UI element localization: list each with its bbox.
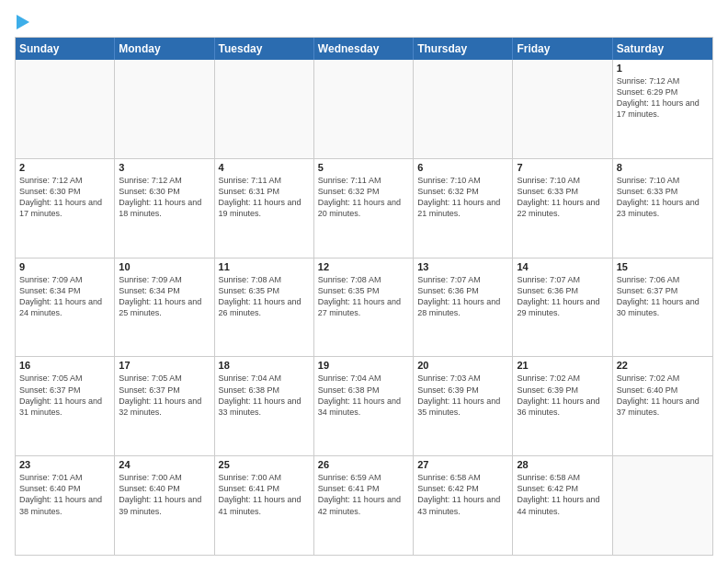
header-day-sunday: Sunday	[16, 38, 115, 60]
calendar-cell: 3Sunrise: 7:12 AM Sunset: 6:30 PM Daylig…	[115, 159, 214, 258]
day-number: 6	[417, 162, 508, 173]
day-number: 3	[119, 162, 210, 173]
day-info: Sunrise: 7:03 AM Sunset: 6:39 PM Dayligh…	[417, 373, 508, 418]
calendar-cell: 23Sunrise: 7:01 AM Sunset: 6:40 PM Dayli…	[16, 456, 115, 555]
day-number: 10	[119, 261, 210, 272]
day-number: 4	[219, 162, 310, 173]
day-number: 26	[318, 459, 409, 470]
day-number: 15	[617, 261, 709, 272]
calendar-cell: 6Sunrise: 7:10 AM Sunset: 6:32 PM Daylig…	[414, 159, 513, 258]
day-number: 24	[119, 459, 210, 470]
calendar-cell: 1Sunrise: 7:12 AM Sunset: 6:29 PM Daylig…	[613, 60, 712, 158]
day-info: Sunrise: 7:05 AM Sunset: 6:37 PM Dayligh…	[19, 373, 110, 418]
day-number: 27	[417, 459, 508, 470]
calendar-cell: 4Sunrise: 7:11 AM Sunset: 6:31 PM Daylig…	[215, 159, 314, 258]
calendar-cell: 25Sunrise: 7:00 AM Sunset: 6:41 PM Dayli…	[215, 456, 314, 555]
day-number: 7	[517, 162, 608, 173]
calendar-cell: 5Sunrise: 7:11 AM Sunset: 6:32 PM Daylig…	[314, 159, 414, 258]
day-number: 22	[617, 360, 709, 371]
day-number: 2	[19, 162, 110, 173]
day-info: Sunrise: 7:07 AM Sunset: 6:36 PM Dayligh…	[417, 274, 508, 319]
calendar-cell: 26Sunrise: 6:59 AM Sunset: 6:41 PM Dayli…	[314, 456, 414, 555]
logo-arrow-icon	[17, 15, 29, 29]
calendar-cell: 22Sunrise: 7:02 AM Sunset: 6:40 PM Dayli…	[613, 357, 712, 455]
calendar-cell: 16Sunrise: 7:05 AM Sunset: 6:37 PM Dayli…	[16, 357, 115, 455]
day-info: Sunrise: 7:06 AM Sunset: 6:37 PM Dayligh…	[617, 274, 709, 319]
day-info: Sunrise: 7:09 AM Sunset: 6:34 PM Dayligh…	[19, 274, 110, 319]
day-info: Sunrise: 7:12 AM Sunset: 6:29 PM Dayligh…	[617, 75, 709, 121]
day-number: 1	[617, 63, 709, 74]
calendar-cell: 15Sunrise: 7:06 AM Sunset: 6:37 PM Dayli…	[613, 259, 712, 357]
day-number: 11	[219, 261, 310, 272]
calendar-cell: 28Sunrise: 6:58 AM Sunset: 6:42 PM Dayli…	[513, 456, 612, 555]
calendar: SundayMondayTuesdayWednesdayThursdayFrid…	[15, 37, 713, 556]
day-info: Sunrise: 7:08 AM Sunset: 6:35 PM Dayligh…	[318, 274, 409, 319]
calendar-cell	[414, 60, 513, 158]
day-info: Sunrise: 7:10 AM Sunset: 6:33 PM Dayligh…	[517, 175, 608, 220]
header-day-monday: Monday	[115, 38, 214, 60]
calendar-cell: 18Sunrise: 7:04 AM Sunset: 6:38 PM Dayli…	[215, 357, 314, 455]
header	[15, 15, 713, 29]
calendar-header: SundayMondayTuesdayWednesdayThursdayFrid…	[16, 38, 712, 60]
calendar-cell: 20Sunrise: 7:03 AM Sunset: 6:39 PM Dayli…	[414, 357, 513, 455]
calendar-cell: 10Sunrise: 7:09 AM Sunset: 6:34 PM Dayli…	[115, 259, 214, 357]
calendar-row-4: 23Sunrise: 7:01 AM Sunset: 6:40 PM Dayli…	[16, 455, 712, 555]
day-info: Sunrise: 7:08 AM Sunset: 6:35 PM Dayligh…	[219, 274, 310, 319]
calendar-body: 1Sunrise: 7:12 AM Sunset: 6:29 PM Daylig…	[16, 60, 712, 555]
day-info: Sunrise: 7:12 AM Sunset: 6:30 PM Dayligh…	[19, 175, 110, 220]
day-info: Sunrise: 6:58 AM Sunset: 6:42 PM Dayligh…	[517, 472, 608, 517]
day-info: Sunrise: 7:11 AM Sunset: 6:31 PM Dayligh…	[219, 175, 310, 220]
day-info: Sunrise: 7:02 AM Sunset: 6:40 PM Dayligh…	[617, 373, 709, 418]
day-info: Sunrise: 7:11 AM Sunset: 6:32 PM Dayligh…	[318, 175, 409, 220]
day-number: 12	[318, 261, 409, 272]
calendar-cell	[115, 60, 214, 158]
day-info: Sunrise: 7:04 AM Sunset: 6:38 PM Dayligh…	[318, 373, 409, 418]
day-info: Sunrise: 7:05 AM Sunset: 6:37 PM Dayligh…	[119, 373, 210, 418]
calendar-cell: 17Sunrise: 7:05 AM Sunset: 6:37 PM Dayli…	[115, 357, 214, 455]
day-number: 25	[219, 459, 310, 470]
header-day-saturday: Saturday	[613, 38, 712, 60]
calendar-cell: 14Sunrise: 7:07 AM Sunset: 6:36 PM Dayli…	[513, 259, 612, 357]
calendar-cell: 21Sunrise: 7:02 AM Sunset: 6:39 PM Dayli…	[513, 357, 612, 455]
day-number: 13	[417, 261, 508, 272]
day-number: 16	[19, 360, 110, 371]
calendar-cell: 9Sunrise: 7:09 AM Sunset: 6:34 PM Daylig…	[16, 259, 115, 357]
calendar-cell	[513, 60, 612, 158]
page: SundayMondayTuesdayWednesdayThursdayFrid…	[0, 0, 728, 563]
day-info: Sunrise: 7:02 AM Sunset: 6:39 PM Dayligh…	[517, 373, 608, 418]
day-number: 21	[517, 360, 608, 371]
day-number: 19	[318, 360, 409, 371]
calendar-cell: 8Sunrise: 7:10 AM Sunset: 6:33 PM Daylig…	[613, 159, 712, 258]
day-number: 5	[318, 162, 409, 173]
day-number: 14	[517, 261, 608, 272]
calendar-cell: 11Sunrise: 7:08 AM Sunset: 6:35 PM Dayli…	[215, 259, 314, 357]
day-info: Sunrise: 7:00 AM Sunset: 6:40 PM Dayligh…	[119, 472, 210, 517]
calendar-cell	[314, 60, 414, 158]
calendar-cell: 24Sunrise: 7:00 AM Sunset: 6:40 PM Dayli…	[115, 456, 214, 555]
header-day-thursday: Thursday	[414, 38, 513, 60]
calendar-row-1: 2Sunrise: 7:12 AM Sunset: 6:30 PM Daylig…	[16, 158, 712, 258]
calendar-cell	[613, 456, 712, 555]
calendar-cell	[16, 60, 115, 158]
day-number: 20	[417, 360, 508, 371]
day-info: Sunrise: 7:07 AM Sunset: 6:36 PM Dayligh…	[517, 274, 608, 319]
day-number: 8	[617, 162, 709, 173]
calendar-row-0: 1Sunrise: 7:12 AM Sunset: 6:29 PM Daylig…	[16, 60, 712, 158]
day-number: 18	[219, 360, 310, 371]
calendar-row-3: 16Sunrise: 7:05 AM Sunset: 6:37 PM Dayli…	[16, 356, 712, 455]
logo	[15, 15, 29, 29]
calendar-cell: 7Sunrise: 7:10 AM Sunset: 6:33 PM Daylig…	[513, 159, 612, 258]
day-info: Sunrise: 6:59 AM Sunset: 6:41 PM Dayligh…	[318, 472, 409, 517]
header-day-wednesday: Wednesday	[314, 38, 414, 60]
day-info: Sunrise: 7:12 AM Sunset: 6:30 PM Dayligh…	[119, 175, 210, 220]
day-info: Sunrise: 7:04 AM Sunset: 6:38 PM Dayligh…	[219, 373, 310, 418]
calendar-row-2: 9Sunrise: 7:09 AM Sunset: 6:34 PM Daylig…	[16, 258, 712, 357]
calendar-cell: 2Sunrise: 7:12 AM Sunset: 6:30 PM Daylig…	[16, 159, 115, 258]
day-info: Sunrise: 7:10 AM Sunset: 6:33 PM Dayligh…	[617, 175, 709, 220]
calendar-cell: 12Sunrise: 7:08 AM Sunset: 6:35 PM Dayli…	[314, 259, 414, 357]
header-day-tuesday: Tuesday	[215, 38, 314, 60]
day-number: 9	[19, 261, 110, 272]
day-number: 28	[517, 459, 608, 470]
calendar-cell: 27Sunrise: 6:58 AM Sunset: 6:42 PM Dayli…	[414, 456, 513, 555]
calendar-cell: 13Sunrise: 7:07 AM Sunset: 6:36 PM Dayli…	[414, 259, 513, 357]
